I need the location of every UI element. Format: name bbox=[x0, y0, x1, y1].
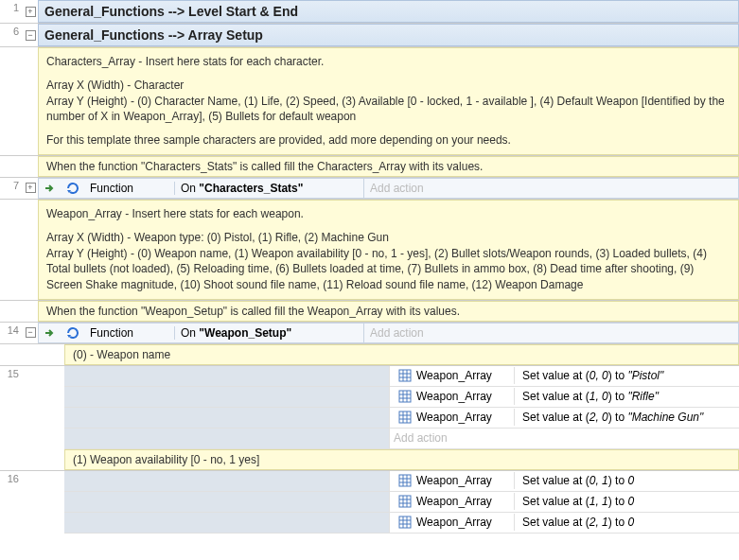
action-object: Weapon_Array bbox=[416, 411, 492, 424]
expand-toggle[interactable]: + bbox=[26, 183, 36, 193]
action-text: Set value at (2, 1) to 0 bbox=[515, 516, 642, 529]
action-text: Set value at (1, 1) to 0 bbox=[515, 495, 642, 508]
action-object: Weapon_Array bbox=[416, 495, 492, 508]
svg-rect-0 bbox=[399, 370, 411, 381]
function-icon bbox=[64, 324, 81, 341]
comment-text: For this template three sample character… bbox=[46, 132, 730, 149]
condition-text: On "Weapon_Setup" bbox=[175, 326, 297, 340]
action-object: Weapon_Array bbox=[416, 369, 492, 382]
svg-rect-5 bbox=[399, 391, 411, 402]
line-number: 6 bbox=[0, 24, 23, 46]
collapse-toggle[interactable]: − bbox=[26, 327, 36, 338]
add-action-link[interactable]: Add action bbox=[370, 326, 424, 340]
add-action-link[interactable]: Add action bbox=[394, 431, 448, 445]
action-row[interactable]: Weapon_Array Set value at (2, 1) to 0 bbox=[64, 513, 739, 534]
action-object: Weapon_Array bbox=[416, 516, 492, 529]
array-icon bbox=[396, 493, 413, 510]
comment-text: Array X (Width) - Weapon type: (0) Pisto… bbox=[46, 231, 389, 244]
trigger-arrow-icon bbox=[42, 180, 59, 197]
comment-block[interactable]: When the function "Weapon_Setup" is call… bbox=[38, 301, 739, 322]
svg-rect-20 bbox=[399, 496, 411, 507]
condition-text: On "Characters_Stats" bbox=[175, 182, 308, 195]
action-row[interactable]: Weapon_Array Set value at (1, 1) to 0 bbox=[64, 492, 739, 513]
object-label: Function bbox=[84, 326, 175, 340]
action-object: Weapon_Array bbox=[416, 390, 492, 403]
group-header[interactable]: General_Functions --> Array Setup bbox=[38, 24, 739, 46]
array-icon bbox=[396, 409, 413, 426]
line-number: 15 bbox=[0, 366, 23, 449]
action-text: Set value at (2, 0) to "Machine Gun" bbox=[515, 411, 711, 424]
event-row[interactable]: Function On "Weapon_Setup" Add action bbox=[38, 323, 739, 343]
action-row[interactable]: Weapon_Array Set value at (0, 0) to "Pis… bbox=[64, 366, 739, 387]
comment-text: Weapon_Array - Insert here stats for eac… bbox=[46, 206, 730, 222]
comment-block[interactable]: Characters_Array - Insert here stats for… bbox=[38, 47, 739, 155]
comment-text: Characters_Array - Insert here stats for… bbox=[46, 54, 730, 70]
line-number: 14 bbox=[0, 323, 23, 343]
comment-text: Array Y (Height) - (0) Character Name, (… bbox=[46, 95, 725, 124]
action-text: Set value at (1, 0) to "Rifle" bbox=[515, 390, 666, 403]
function-icon bbox=[64, 180, 81, 197]
comment-text: Array X (Width) - Character bbox=[46, 79, 184, 92]
object-label: Function bbox=[84, 182, 175, 195]
svg-rect-25 bbox=[399, 516, 411, 528]
comment-block[interactable]: (0) - Weapon name bbox=[64, 344, 739, 365]
comment-text: Array Y (Height) - (0) Weapon name, (1) … bbox=[46, 247, 707, 292]
action-object: Weapon_Array bbox=[416, 474, 492, 487]
action-row[interactable]: Weapon_Array Set value at (1, 0) to "Rif… bbox=[64, 387, 739, 408]
group-header[interactable]: General_Functions --> Level Start & End bbox=[38, 0, 739, 23]
line-number: 16 bbox=[0, 471, 23, 534]
svg-rect-10 bbox=[399, 411, 411, 423]
array-icon bbox=[396, 367, 413, 384]
comment-block[interactable]: When the function "Characters_Stats" is … bbox=[38, 156, 739, 177]
comment-block[interactable]: Weapon_Array - Insert here stats for eac… bbox=[38, 200, 739, 300]
expand-toggle[interactable]: + bbox=[26, 7, 36, 17]
event-row[interactable]: Function On "Characters_Stats" Add actio… bbox=[38, 178, 739, 199]
line-number: 1 bbox=[0, 0, 23, 23]
action-row[interactable]: Weapon_Array Set value at (2, 0) to "Mac… bbox=[64, 408, 739, 429]
comment-block[interactable]: (1) Weapon availability [0 - no, 1 yes] bbox=[64, 449, 739, 470]
action-row[interactable]: Weapon_Array Set value at (0, 1) to 0 bbox=[64, 471, 739, 492]
action-text: Set value at (0, 0) to "Pistol" bbox=[515, 369, 671, 382]
svg-rect-15 bbox=[399, 475, 411, 486]
trigger-arrow-icon bbox=[42, 324, 59, 341]
array-icon bbox=[396, 514, 413, 531]
array-icon bbox=[396, 472, 413, 489]
array-icon bbox=[396, 388, 413, 405]
line-number: 7 bbox=[0, 178, 23, 199]
add-action-link[interactable]: Add action bbox=[370, 182, 424, 195]
collapse-toggle[interactable]: − bbox=[26, 30, 36, 41]
action-row[interactable]: Add action bbox=[64, 429, 739, 449]
action-text: Set value at (0, 1) to 0 bbox=[515, 474, 642, 487]
